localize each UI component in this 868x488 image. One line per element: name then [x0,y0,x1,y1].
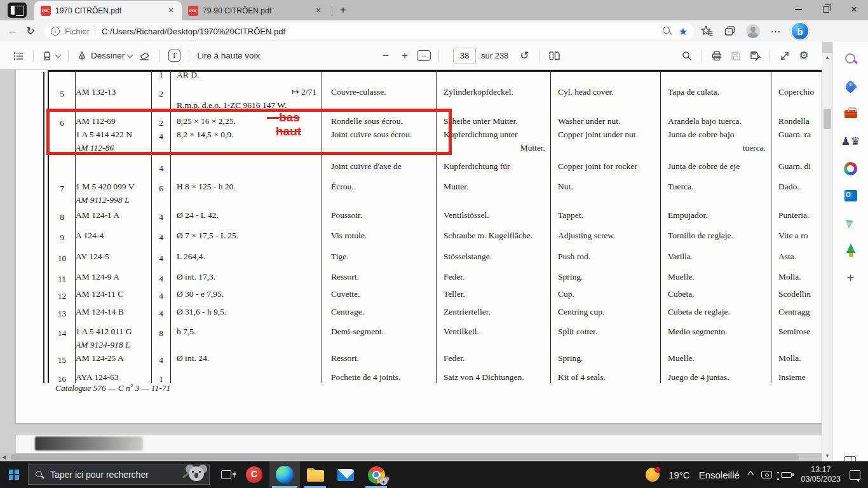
favorites-list-icon[interactable] [700,24,714,38]
table-cell-es: Cubeta de reglaje. [661,302,771,322]
taskbar-search-box[interactable]: Taper ici pour rechercher [28,464,210,485]
weather-condition[interactable]: Ensoleillé [699,470,740,480]
horizontal-scroll-thumb[interactable] [11,454,799,460]
scroll-down-icon[interactable]: ▼ [822,451,832,461]
table-cell-es: Juego de 4 juntas. [661,367,771,383]
favorite-star-icon[interactable]: ★ [679,25,688,37]
table-cell-fr [322,72,437,82]
table-cell-parts: AM 124-1 A [76,205,152,226]
page-info-icon[interactable]: i [51,27,60,36]
rotate-icon[interactable]: ↺ [515,46,534,65]
print-icon[interactable] [707,46,726,65]
taskbar-ccleaner-icon[interactable]: C [239,461,269,488]
highlighter-icon[interactable] [39,46,63,65]
tab-79-90-citroen[interactable]: PDF 79-90 CITRÖEN.pdf × [182,1,329,20]
table-row: 9A 124-44Ø 7 × 17,5 - L 25.Vis rotule.Sc… [49,226,822,247]
weather-sun-icon[interactable] [646,468,660,482]
table-cell-it [771,72,822,82]
settings-more-icon[interactable]: ⋯ [769,24,783,38]
minimize-button[interactable] [784,0,812,19]
table-row: 5AM 132-132↦ 2/71R.m.p. d.e.o. 1-ZC 9616… [49,82,822,111]
system-tray: 19°C Ensoleillé ^ 13:17 03/05/2023 [646,465,868,484]
tab-close-icon[interactable]: × [313,5,324,17]
sidebar-drop-icon[interactable] [843,215,859,231]
back-icon[interactable]: ← [4,22,22,40]
table-cell-it: Centragg [771,302,822,322]
page-view-icon[interactable] [545,46,564,65]
save-icon[interactable] [726,46,745,65]
eraser-icon[interactable] [135,46,154,65]
sidebar-search-icon[interactable] [843,51,859,67]
search-document-icon[interactable] [677,46,696,65]
tab-1970-citroen[interactable]: PDF 1970 CITRÖEN.pdf × [34,1,182,20]
table-cell-es: Tuerca. [661,177,771,205]
chevron-down-icon [55,51,62,58]
sidebar-tools-icon[interactable] [843,105,859,122]
scroll-up-icon[interactable]: ▲ [822,53,832,63]
sidebar-games-icon[interactable]: ♟♛ [843,133,859,149]
taskbar-explorer-icon[interactable] [300,461,330,488]
table-cell-dims: Ø 30 - e 7,95. [171,284,322,302]
address-field[interactable]: i Fichier C:/Users/Richard/Desktop/1970%… [44,23,694,39]
profile-avatar[interactable] [746,24,760,38]
tab-close-icon[interactable]: × [165,5,177,17]
taskbar-chrome-icon[interactable] [361,461,391,488]
read-aloud-button[interactable]: Lire à haute voix [194,46,262,65]
table-cell-it: Molla. [771,348,822,367]
task-view-icon[interactable] [214,461,239,488]
collections-icon[interactable] [723,24,737,38]
close-button[interactable]: × [840,0,868,19]
sidebar-tree-icon[interactable] [843,242,859,259]
vertical-scrollbar[interactable]: ▲ ▼ [822,53,832,461]
sidebar-microsoft365-icon[interactable] [843,160,859,177]
table-cell-parts: 1 A 5 412 011 GAM 9124-918 L [76,322,152,348]
fullscreen-icon[interactable] [775,46,794,65]
scroll-left-icon[interactable]: ◀ [2,454,6,460]
sidebar-outlook-icon[interactable] [843,187,859,204]
table-cell-qty: 6 [152,177,171,205]
toc-icon[interactable] [9,46,28,65]
table-cell-es: Muelle. [661,348,771,367]
table-row: 16AYA 124-631Pochette de 4 joints.Satz v… [49,367,822,383]
save-as-icon[interactable] [745,46,764,65]
bing-chat-icon[interactable]: b [790,22,810,41]
page-number-input[interactable] [453,48,476,64]
table-cell-de: Ventilkeil. [437,322,551,348]
table-cell-es [661,72,771,82]
sidebar-add-icon[interactable]: + [843,269,859,286]
zoom-in-icon[interactable]: + [395,46,414,65]
tray-chevron-icon[interactable]: ^ [747,470,754,480]
table-row: 11AM 124-9 A4Ø int. 17,3.Ressort.Feder.S… [49,267,822,284]
zoom-page-icon[interactable] [662,26,672,36]
taskbar-mail-icon[interactable] [330,461,361,488]
taskbar-edge-icon[interactable] [269,461,300,488]
table-cell-parts: AM 124-14 B [76,302,152,322]
pdf-settings-gear-icon[interactable]: ⚙ [794,46,813,65]
table-cell-parts: AM 132-13 [76,82,152,111]
add-text-icon[interactable]: T [165,46,184,65]
clock[interactable]: 13:17 03/05/2023 [801,465,841,484]
zoom-out-icon[interactable]: − [376,46,395,65]
weather-temperature[interactable]: 19°C [668,470,690,480]
refresh-icon[interactable]: ↻ [22,22,39,40]
table-cell-fr: Centrage. [322,302,437,322]
restore-button[interactable] [812,0,840,19]
table-cell-dims: Ø int. 24. [171,348,322,367]
draw-tool-button[interactable]: Dessiner [74,46,135,65]
tab-actions-icon[interactable] [8,3,27,18]
table-cell-de: Stösselstange. [437,247,551,267]
vertical-scroll-thumb[interactable] [824,109,831,129]
new-tab-button[interactable]: + [335,2,351,18]
cast-display-icon[interactable] [761,471,772,478]
sidebar-shopping-icon[interactable] [843,78,859,95]
table-cell-it: Molla. [771,267,822,284]
table-cell-num: 5 [49,82,76,111]
pdf-file-icon: PDF [188,6,198,16]
table-cell-de: Ventilstössel. [437,205,551,226]
horizontal-scrollbar[interactable]: ◀ [0,453,822,461]
table-cell-de: Satz von 4 Dichtungen. [437,367,551,383]
battery-icon[interactable] [781,472,792,478]
notification-center-icon[interactable] [850,470,860,480]
fit-width-icon[interactable]: ↔ [414,46,433,65]
start-button[interactable] [0,461,28,488]
